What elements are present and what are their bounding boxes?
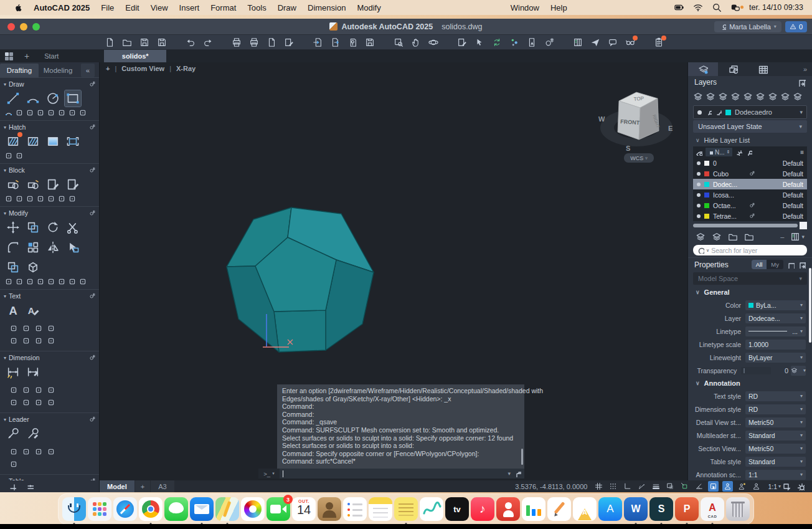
osnap-icon[interactable] bbox=[679, 481, 690, 492]
annotation-visibility-icon[interactable] bbox=[722, 481, 733, 492]
extract-data-icon[interactable] bbox=[527, 37, 537, 47]
leader-brush-tool[interactable] bbox=[25, 426, 41, 442]
view-cube[interactable]: W S E TOP FRONT RIGHT bbox=[598, 92, 673, 152]
dim-brush-tool[interactable] bbox=[25, 364, 41, 380]
panel-overflow-button[interactable]: » bbox=[798, 62, 812, 76]
filter-my[interactable]: My bbox=[767, 260, 783, 269]
tab-layout-a3[interactable]: A3 bbox=[151, 480, 174, 492]
feedback-chat-icon[interactable] bbox=[608, 37, 618, 47]
block-verify-tool[interactable] bbox=[58, 195, 65, 203]
zoom-window-icon[interactable] bbox=[394, 37, 404, 47]
settings-hash-icon[interactable] bbox=[544, 37, 554, 47]
circle-tool[interactable] bbox=[45, 90, 61, 107]
layer-color-swatch[interactable] bbox=[704, 203, 709, 208]
section-gear-icon[interactable] bbox=[89, 167, 95, 173]
collapse-palette-button[interactable]: « bbox=[81, 64, 95, 77]
property-value-box[interactable]: ...▾ bbox=[745, 326, 806, 336]
gradient-tool[interactable] bbox=[45, 133, 61, 150]
layer-color-swatch[interactable] bbox=[725, 110, 731, 115]
dock-freeform-icon[interactable] bbox=[420, 497, 443, 521]
print-arrow-icon[interactable] bbox=[249, 37, 259, 47]
layer-states-icon[interactable] bbox=[696, 232, 706, 242]
leader-collect-tool[interactable] bbox=[34, 447, 44, 457]
edit-block-tool[interactable] bbox=[45, 176, 61, 193]
layer-row-0[interactable]: 0Default bbox=[693, 158, 807, 168]
layer-row-cubo[interactable]: CuboDefault bbox=[693, 168, 807, 179]
columns-options-icon[interactable]: ▾ bbox=[790, 232, 805, 242]
layer-gear-icon[interactable] bbox=[749, 203, 757, 208]
command-copy-icon[interactable] bbox=[514, 470, 521, 477]
leader-tool[interactable] bbox=[5, 426, 21, 442]
layer-unisolate-icon[interactable] bbox=[743, 92, 753, 102]
mtext-tool[interactable]: A bbox=[5, 302, 21, 318]
property-value-box[interactable]: 1:1▾ bbox=[745, 470, 806, 480]
scale-tool[interactable] bbox=[16, 278, 23, 285]
rotate-tool[interactable] bbox=[45, 219, 61, 236]
xline-tool[interactable] bbox=[68, 109, 76, 117]
search-icon[interactable] bbox=[712, 2, 722, 12]
add-palette-icon[interactable] bbox=[9, 483, 16, 490]
layer-freeze-icon[interactable] bbox=[755, 92, 765, 102]
attach-clip-icon[interactable] bbox=[347, 37, 357, 47]
layer-new-icon[interactable] bbox=[712, 232, 722, 242]
menu-item-autocad-2025[interactable]: AutoCAD 2025 bbox=[28, 3, 95, 12]
spell-check-tool[interactable] bbox=[21, 323, 31, 333]
property-value-box[interactable]: ByLayer▾ bbox=[745, 353, 806, 363]
panel-scrollbar[interactable] bbox=[809, 268, 811, 343]
lasso-tool[interactable] bbox=[65, 239, 81, 255]
text-frame-tool[interactable] bbox=[9, 336, 19, 346]
text-find-tool[interactable] bbox=[21, 336, 31, 346]
snap-icon[interactable] bbox=[608, 481, 618, 492]
pdf-in-tool[interactable] bbox=[46, 323, 56, 333]
arc-tool[interactable] bbox=[5, 109, 12, 117]
layer-unlock-icon[interactable] bbox=[793, 92, 803, 102]
dock-safari-icon[interactable] bbox=[113, 497, 137, 521]
properties-filter-toggle[interactable]: All My bbox=[752, 260, 783, 269]
save-edit-icon[interactable] bbox=[157, 37, 167, 47]
page-edit-icon[interactable] bbox=[284, 37, 294, 47]
dim-baseline-tool[interactable] bbox=[9, 385, 19, 395]
offset-tool[interactable] bbox=[5, 259, 21, 275]
update-tool[interactable] bbox=[68, 278, 76, 285]
dock-calendar-icon[interactable]: OUT.14 bbox=[292, 497, 316, 521]
minimize-button[interactable] bbox=[20, 23, 27, 31]
selection-cycling-icon[interactable] bbox=[708, 481, 719, 492]
prop-edit-icon[interactable] bbox=[457, 37, 467, 47]
create-block-tool[interactable] bbox=[25, 176, 41, 193]
layer-gear-icon[interactable] bbox=[749, 171, 757, 176]
dock-notes-icon[interactable] bbox=[369, 497, 392, 521]
dock-stickies-icon[interactable] bbox=[394, 497, 418, 521]
tab-solidos[interactable]: solidos* bbox=[104, 50, 166, 62]
collapse-arrow-icon[interactable]: ▾ bbox=[4, 293, 6, 299]
dock-word-icon[interactable]: W bbox=[624, 497, 648, 521]
tab-drafting[interactable]: Drafting bbox=[0, 64, 39, 77]
wifi-icon[interactable] bbox=[693, 2, 703, 12]
apple-menu-icon[interactable] bbox=[9, 3, 28, 12]
region-tool[interactable] bbox=[5, 152, 12, 160]
zoom-button[interactable] bbox=[32, 23, 40, 31]
dock-autocad-icon[interactable]: ACAD bbox=[701, 497, 724, 521]
dock-numbers-icon[interactable] bbox=[522, 497, 545, 521]
property-value-box[interactable]: Standard▾ bbox=[745, 431, 806, 441]
print-icon[interactable] bbox=[232, 37, 242, 47]
export-page-icon[interactable] bbox=[330, 37, 340, 47]
dock-trash-icon[interactable] bbox=[726, 497, 750, 521]
command-input-row[interactable]: >_▾ ▾ bbox=[258, 469, 524, 479]
layer-on-dot[interactable] bbox=[697, 193, 701, 197]
command-expand-caret[interactable]: ▾ bbox=[507, 470, 511, 477]
text-brush-tool[interactable]: A bbox=[25, 302, 41, 318]
block-replace-tool[interactable] bbox=[68, 195, 76, 203]
new-layout-button[interactable]: + bbox=[135, 480, 150, 492]
annotation-section-header[interactable]: ∨Annotation bbox=[688, 377, 812, 389]
compass-south[interactable]: S bbox=[626, 145, 630, 152]
layer-color-swatch[interactable] bbox=[704, 193, 709, 198]
layer-state-dropdown[interactable]: Unsaved Layer State▾ bbox=[693, 120, 807, 133]
dock-contacts-icon[interactable] bbox=[318, 497, 341, 521]
property-value-box[interactable]: 1.0000 bbox=[745, 340, 806, 350]
wcs-selector[interactable]: WCS▿ bbox=[624, 153, 654, 163]
menu-item-modify[interactable]: Modify bbox=[351, 3, 386, 12]
layer-list-vscrollbar[interactable] bbox=[800, 222, 807, 229]
layer-lock-icon[interactable] bbox=[780, 92, 790, 102]
insert-block-tool[interactable] bbox=[5, 176, 21, 193]
dim-center-tool[interactable] bbox=[21, 385, 31, 395]
